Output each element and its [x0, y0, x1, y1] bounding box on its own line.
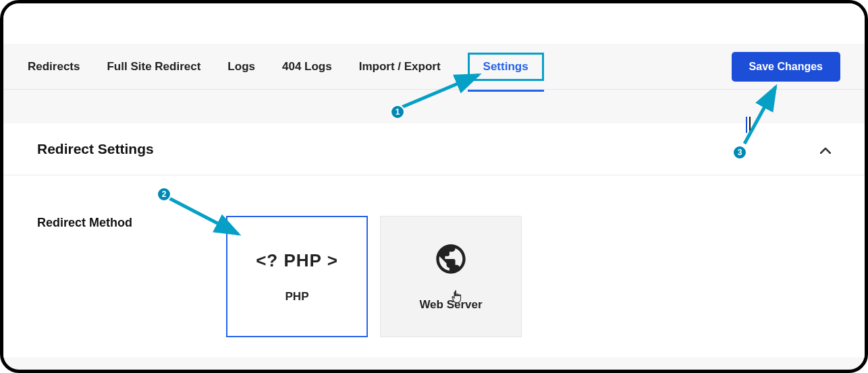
- tab-logs[interactable]: Logs: [227, 57, 255, 76]
- save-button[interactable]: Save Changes: [732, 52, 840, 82]
- svg-line-2: [744, 87, 776, 144]
- svg-line-1: [168, 198, 238, 234]
- tab-full-site-redirect[interactable]: Full Site Redirect: [107, 57, 200, 76]
- svg-line-0: [402, 75, 479, 107]
- option-web-server[interactable]: Web Server: [380, 216, 522, 337]
- globe-icon: [433, 241, 468, 279]
- annotation-arrow-2: [165, 195, 246, 242]
- annotation-arrow-1: [399, 71, 487, 110]
- redirect-method-label: Redirect Method: [37, 216, 172, 337]
- tab-redirects[interactable]: Redirects: [28, 57, 80, 76]
- option-php-label: PHP: [286, 290, 309, 304]
- cursor-pointer-icon: [450, 289, 464, 308]
- annotation-badge-3: 3: [732, 145, 747, 160]
- option-php[interactable]: <? PHP > PHP: [226, 216, 368, 337]
- panel-title: Redirect Settings: [37, 141, 154, 157]
- annotation-arrow-3: [742, 83, 782, 146]
- chevron-up-icon[interactable]: [820, 142, 831, 157]
- redirect-method-options: <? PHP > PHP Web Server: [226, 216, 522, 337]
- annotation-badge-2: 2: [157, 187, 171, 202]
- tab-404-logs[interactable]: 404 Logs: [282, 57, 332, 76]
- panel-body: Redirect Method <? PHP > PHP Web Server: [3, 175, 865, 357]
- php-icon: <? PHP >: [256, 250, 338, 271]
- annotation-badge-1: 1: [390, 105, 405, 119]
